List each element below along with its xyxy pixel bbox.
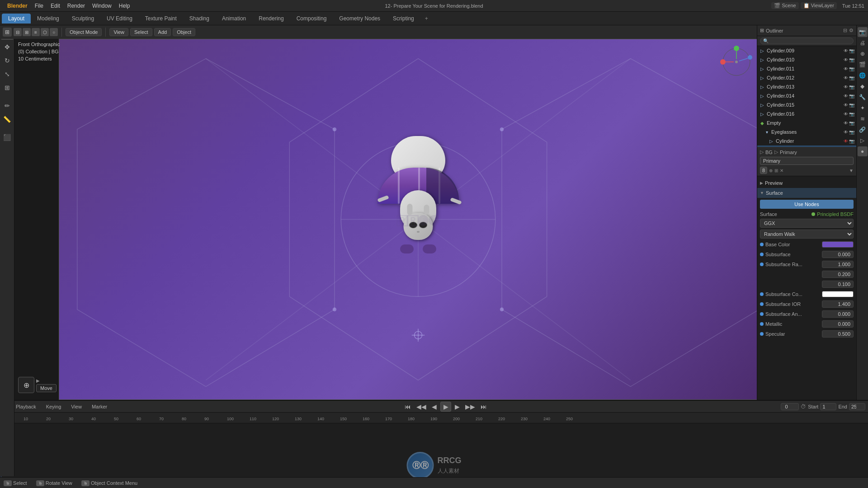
tab-scripting[interactable]: Scripting xyxy=(387,14,420,23)
specular-value[interactable]: 0.500 xyxy=(822,330,854,338)
status-context-menu[interactable]: 🖱 Object Context Menu xyxy=(81,480,137,486)
outliner-item-cylinder015[interactable]: ▷ Cylinder.015 👁 📷 xyxy=(757,100,856,109)
menu-file[interactable]: File xyxy=(31,2,47,10)
eye-icon-2[interactable]: 👁 xyxy=(844,57,848,62)
tool-measure[interactable]: 📏 xyxy=(1,113,14,126)
eye-icon-5[interactable]: 👁 xyxy=(844,84,848,89)
random-walk-dropdown[interactable]: Random Walk xyxy=(760,230,854,239)
props-particles[interactable]: ✦ xyxy=(858,103,868,113)
jump-end-btn[interactable]: ⏭ xyxy=(479,402,489,411)
cam-icon-8[interactable]: 📷 xyxy=(849,112,854,117)
props-constraints[interactable]: 🔗 xyxy=(858,125,868,135)
eye-icon[interactable]: 👁 xyxy=(844,48,848,53)
subsurface-radius-val2[interactable]: 0.200 xyxy=(822,271,854,278)
view-layer-selector[interactable]: 📋 ViewLayer xyxy=(801,2,837,9)
subsurface-color-swatch[interactable] xyxy=(822,291,854,297)
tool-add-cube[interactable]: ⬛ xyxy=(1,131,14,144)
cam-icon-3[interactable]: 📷 xyxy=(849,66,854,71)
select-btn[interactable]: Select xyxy=(130,28,152,36)
playback-tab[interactable]: Playback xyxy=(12,403,40,410)
view-tab[interactable]: View xyxy=(67,403,85,410)
outliner-item-cylinder012[interactable]: ▷ Cylinder.012 👁 📷 xyxy=(757,73,856,82)
tool-transform[interactable]: ⊞ xyxy=(1,81,14,94)
menu-edit[interactable]: Edit xyxy=(47,2,64,10)
outliner-item-cylinder009[interactable]: ▷ Cylinder.009 👁 📷 xyxy=(757,46,856,55)
menu-render[interactable]: Render xyxy=(64,2,89,10)
surface-section-header[interactable]: ▼ Surface xyxy=(757,188,856,198)
outliner-item-empty[interactable]: ◆ Empty 👁 📷 xyxy=(757,118,856,127)
tab-uv-editing[interactable]: UV Editing xyxy=(100,14,139,23)
cam-icon-10[interactable]: 📷 xyxy=(849,130,854,135)
props-view-layer[interactable]: ⊕ xyxy=(858,49,868,59)
subsurface-radius-val3[interactable]: 0.100 xyxy=(822,281,854,288)
material-name-input[interactable] xyxy=(760,157,854,165)
cam-icon-2[interactable]: 📷 xyxy=(849,57,854,62)
outliner-settings-icon[interactable]: ⚙ xyxy=(849,28,854,33)
eye-icon-10[interactable]: 👁 xyxy=(844,130,848,135)
tool-move[interactable]: ✥ xyxy=(1,41,14,53)
editor-type-icon[interactable]: ⊞ xyxy=(3,28,12,37)
cam-icon[interactable]: 📷 xyxy=(849,48,854,53)
icon-5[interactable]: ○ xyxy=(50,28,58,36)
viewport-gizmo[interactable]: X Y xyxy=(718,44,755,80)
icon-4[interactable]: ⬡ xyxy=(41,28,49,36)
mat-user-count[interactable]: 8 xyxy=(760,167,767,174)
outliner-search-input[interactable] xyxy=(760,38,854,44)
eye-icon-8[interactable]: 👁 xyxy=(844,112,848,117)
eye-icon-11[interactable]: 👁 xyxy=(844,139,848,144)
status-rotate[interactable]: 🖱 Rotate View xyxy=(36,480,72,486)
outliner-item-circle[interactable]: ○ Circle 👁 📷 xyxy=(757,145,856,147)
surface-prop-value[interactable]: Principled BSDF xyxy=(817,211,854,217)
object-mode-btn[interactable]: Object Mode xyxy=(66,28,102,36)
tab-animation[interactable]: Animation xyxy=(216,14,252,23)
status-select[interactable]: 🖱 Select xyxy=(4,480,27,486)
props-object[interactable]: ◆ xyxy=(858,81,868,91)
breadcrumb-primary[interactable]: Primary xyxy=(780,150,797,155)
tab-geometry-nodes[interactable]: Geometry Nodes xyxy=(333,14,387,23)
metallic-value[interactable]: 0.000 xyxy=(822,320,854,328)
add-btn[interactable]: Add xyxy=(154,28,171,36)
icon-2[interactable]: ⊞ xyxy=(23,28,31,36)
tab-texture-paint[interactable]: Texture Paint xyxy=(139,14,183,23)
use-nodes-button[interactable]: Use Nodes xyxy=(760,200,854,209)
tab-shading[interactable]: Shading xyxy=(183,14,216,23)
next-frame-btn[interactable]: ▶ xyxy=(453,402,462,411)
scene-selector[interactable]: 🎬 Scene xyxy=(771,2,798,9)
tab-rendering[interactable]: Rendering xyxy=(252,14,290,23)
cam-icon-5[interactable]: 📷 xyxy=(849,84,854,89)
eye-icon-3[interactable]: 👁 xyxy=(844,66,848,71)
props-material[interactable]: ● xyxy=(858,146,868,156)
jump-start-btn[interactable]: ⏮ xyxy=(403,402,413,411)
base-color-swatch[interactable] xyxy=(822,241,854,248)
tool-rotate[interactable]: ↻ xyxy=(1,54,14,67)
prev-keyframe-btn[interactable]: ◀◀ xyxy=(415,402,428,411)
cam-icon-4[interactable]: 📷 xyxy=(849,75,854,80)
subsurface-an-value[interactable]: 0.000 xyxy=(822,310,854,318)
mat-settings-icon[interactable]: ▼ xyxy=(849,168,854,173)
eye-icon-7[interactable]: 👁 xyxy=(844,103,848,108)
next-keyframe-btn[interactable]: ▶▶ xyxy=(463,402,477,411)
outliner-item-eyeglasses[interactable]: ▾ Eyeglasses 👁 📷 xyxy=(757,127,856,136)
view-btn[interactable]: View xyxy=(109,28,128,36)
cam-icon-6[interactable]: 📷 xyxy=(849,94,854,99)
cam-icon-11[interactable]: 📷 xyxy=(849,139,854,144)
move-icon-box[interactable]: ⊕ xyxy=(18,377,34,393)
start-frame-input[interactable] xyxy=(820,403,836,410)
outliner-item-cylinder016[interactable]: ▷ Cylinder.016 👁 📷 xyxy=(757,109,856,118)
preview-section-header[interactable]: ▶ Preview xyxy=(757,178,856,188)
eye-icon-6[interactable]: 👁 xyxy=(844,94,848,99)
outliner-item-cylinder[interactable]: ▷ Cylinder 👁 📷 xyxy=(757,136,856,145)
props-output[interactable]: 🖨 xyxy=(858,38,868,48)
object-btn[interactable]: Object xyxy=(173,28,195,36)
props-render[interactable]: 📷 xyxy=(858,27,868,37)
tab-sculpting[interactable]: Sculpting xyxy=(66,14,100,23)
app-name[interactable]: Blender xyxy=(4,2,31,10)
props-physics[interactable]: ≋ xyxy=(858,114,868,124)
keying-tab[interactable]: Keying xyxy=(42,403,65,410)
props-modifier[interactable]: 🔧 xyxy=(858,92,868,102)
subsurface-ior-value[interactable]: 1.400 xyxy=(822,300,854,308)
eye-icon-4[interactable]: 👁 xyxy=(844,75,848,80)
subsurface-value[interactable]: 0.000 xyxy=(822,251,854,258)
tool-annotate[interactable]: ✏ xyxy=(1,99,14,112)
mat-new-icon[interactable]: ⊕ xyxy=(769,168,773,173)
